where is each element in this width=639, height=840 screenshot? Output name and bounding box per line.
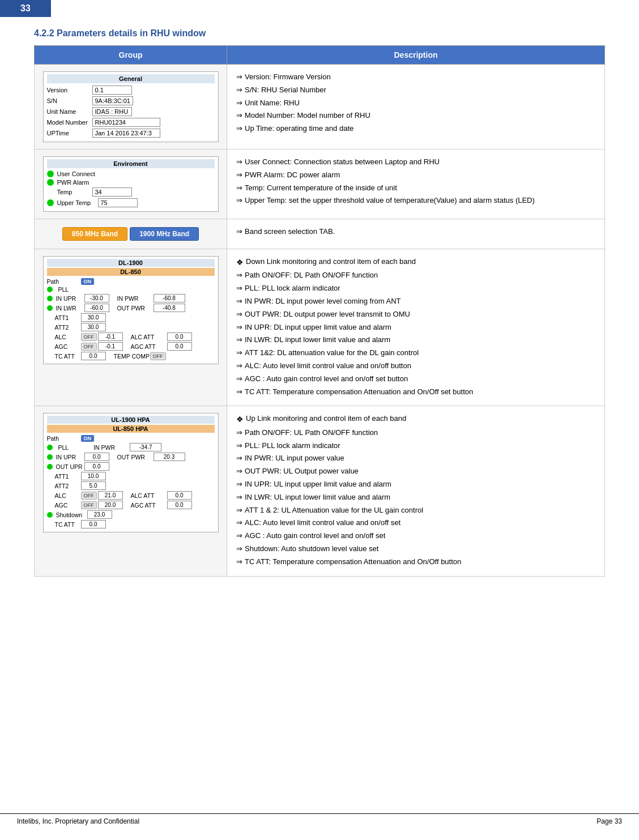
desc-line: ⇒TC ATT: Temperature compensation Attenu… bbox=[236, 386, 595, 398]
dl-inpwr-input[interactable] bbox=[154, 294, 185, 302]
dl-pll-led bbox=[47, 287, 53, 292]
dl-att1-input[interactable] bbox=[81, 313, 106, 322]
desc-line: ⇒ATT 1&2: DL attenuation value for the D… bbox=[236, 347, 595, 359]
ul-agc-val-input[interactable] bbox=[98, 501, 123, 509]
ul-alc-off-btn[interactable]: OFF bbox=[81, 492, 97, 500]
band-tab-850[interactable]: 850 MHz Band bbox=[62, 227, 127, 241]
table-row: DL-1900 DL-850 Path ON PLL bbox=[35, 249, 605, 406]
ul-inpwr-input[interactable] bbox=[130, 443, 161, 451]
table-row: 850 MHz Band 1900 MHz Band ⇒Band screen … bbox=[35, 219, 605, 249]
dl-att2-input[interactable] bbox=[81, 323, 106, 331]
dl-path-label: Path bbox=[47, 278, 81, 285]
modelnumber-value: RHU01234 bbox=[92, 118, 160, 127]
dl-att2-label: ATT2 bbox=[47, 324, 81, 331]
ul-outpwr-input[interactable] bbox=[154, 453, 185, 461]
dl-inlwr-led bbox=[47, 305, 53, 311]
env-panel: Enviroment User Connect PWR Alarm Temp 3… bbox=[43, 156, 219, 212]
modelnumber-label: Model Number bbox=[47, 119, 92, 126]
temp-value: 34 bbox=[92, 187, 132, 197]
modelnumber-row: Model Number RHU01234 bbox=[47, 118, 215, 127]
dl-alc-att-label: ALC ATT bbox=[131, 334, 167, 340]
ul-pll-led bbox=[47, 445, 53, 450]
dl-panel: DL-1900 DL-850 Path ON PLL bbox=[43, 256, 219, 364]
general-panel: General Version 0.1 S/N 9A:4B:3C:01 Unit… bbox=[43, 71, 219, 142]
ul-alc-att-label: ALC ATT bbox=[131, 492, 167, 499]
version-value: 0.1 bbox=[92, 86, 132, 95]
ul-tcatt-row: TC ATT bbox=[47, 520, 215, 528]
temp-label: Temp bbox=[47, 189, 92, 195]
ul-agc-att-input[interactable] bbox=[167, 501, 192, 509]
dl-agc-off-btn[interactable]: OFF bbox=[81, 343, 97, 351]
ul-alc-att-input[interactable] bbox=[167, 491, 192, 500]
desc-line: ⇒Up Time: operating time and date bbox=[236, 123, 595, 135]
temp-row: Temp 34 bbox=[47, 187, 215, 197]
dl-inupr-led bbox=[47, 296, 53, 301]
desc-line: ⇒IN PWR: UL input power value bbox=[236, 453, 595, 464]
pwr-alarm-row: PWR Alarm bbox=[47, 179, 215, 186]
user-connect-led bbox=[47, 170, 54, 177]
ul-alc-val-input[interactable] bbox=[98, 491, 123, 500]
table-row: Enviroment User Connect PWR Alarm Temp 3… bbox=[35, 150, 605, 219]
sn-label: S/N bbox=[47, 97, 92, 104]
dl-outpwr-input[interactable] bbox=[154, 304, 185, 312]
env-panel-title: Enviroment bbox=[47, 159, 215, 168]
upper-temp-value: 75 bbox=[98, 198, 138, 207]
ul-agc-label: AGC bbox=[47, 502, 81, 509]
desc-line: ⇒IN LWR: UL input lower limit value and … bbox=[236, 492, 595, 504]
page-footer: Intelibs, Inc. Proprietary and Confident… bbox=[0, 813, 639, 829]
dl-alc-row: ALC OFF ALC ATT bbox=[47, 332, 215, 341]
ul-1900hpa-header: UL-1900 HPA bbox=[47, 416, 215, 424]
ul-path-on-btn[interactable]: ON bbox=[81, 435, 95, 442]
ul-inupr-input[interactable] bbox=[84, 453, 109, 461]
ul-att1-input[interactable] bbox=[81, 472, 106, 480]
ul-att2-label: ATT2 bbox=[47, 483, 81, 489]
pwr-alarm-label: PWR Alarm bbox=[57, 179, 90, 186]
ul-shutdown-led bbox=[47, 512, 53, 518]
desc-line: ⇒IN LWR: DL input lower limit value and … bbox=[236, 334, 595, 346]
general-panel-title: General bbox=[47, 74, 215, 83]
ul-att2-row: ATT2 bbox=[47, 481, 215, 490]
desc-line: ⇒PWR Alarm: DC power alarm bbox=[236, 169, 595, 181]
main-table: Group Description General Version 0.1 S/… bbox=[34, 45, 605, 577]
dl-path-on-btn[interactable]: ON bbox=[81, 278, 95, 285]
version-row: Version 0.1 bbox=[47, 86, 215, 95]
dl-alc-att-input[interactable] bbox=[167, 332, 192, 341]
uptime-row: UPTime Jan 14 2016 23:47:3 bbox=[47, 129, 215, 138]
ul-agc-row: AGC OFF AGC ATT bbox=[47, 501, 215, 509]
ul-att2-input[interactable] bbox=[81, 481, 106, 490]
dl-alc-val-input[interactable] bbox=[98, 332, 123, 341]
dl-tempcomp-off-btn[interactable]: OFF bbox=[150, 352, 166, 360]
footer-left: Intelibs, Inc. Proprietary and Confident… bbox=[17, 817, 139, 825]
dl-path-row: Path ON bbox=[47, 278, 215, 285]
dl-850-header: DL-850 bbox=[47, 268, 215, 276]
desc-line: ⇒Upper Temp: set the upper threshold val… bbox=[236, 195, 595, 207]
ul-att1-label: ATT1 bbox=[47, 473, 81, 480]
ul-agc-off-btn[interactable]: OFF bbox=[81, 501, 97, 509]
band-tabs: 850 MHz Band 1900 MHz Band bbox=[43, 227, 219, 241]
desc-line: ⇒User Connect: Connection status between… bbox=[236, 156, 595, 168]
desc-line: ⇒IN UPR: DL input upper limit value and … bbox=[236, 322, 595, 334]
dl-tempcomp-label: TEMP COMP bbox=[114, 353, 150, 360]
uptime-label: UPTime bbox=[47, 130, 92, 137]
unitname-value: IDAS : RHU bbox=[92, 107, 132, 116]
dl-tcatt-input[interactable] bbox=[81, 352, 106, 360]
version-label: Version bbox=[47, 87, 92, 93]
page-tab: 33 bbox=[0, 0, 51, 17]
uptime-value: Jan 14 2016 23:47:3 bbox=[92, 129, 160, 138]
dl-alc-off-btn[interactable]: OFF bbox=[81, 333, 97, 341]
sn-row: S/N 9A:4B:3C:01 bbox=[47, 96, 215, 105]
band-tab-1900[interactable]: 1900 MHz Band bbox=[130, 227, 199, 241]
table-row: General Version 0.1 S/N 9A:4B:3C:01 Unit… bbox=[35, 65, 605, 150]
ul-tcatt-input[interactable] bbox=[81, 520, 106, 528]
dl-inupr-input[interactable] bbox=[84, 294, 109, 302]
ul-outpwr-label: OUT PWR bbox=[117, 454, 154, 460]
dl-agc-att-input[interactable] bbox=[167, 342, 192, 351]
dl-agc-val-input[interactable] bbox=[98, 342, 123, 351]
desc-line: ⇒OUT PWR: UL Output power value bbox=[236, 466, 595, 477]
ul-shutdown-input[interactable] bbox=[87, 510, 112, 519]
ul-inupr-led bbox=[47, 454, 53, 460]
desc-line: ⇒ALC: Auto level limit control value and… bbox=[236, 360, 595, 372]
user-connect-label: User Connect bbox=[57, 170, 95, 177]
dl-inlwr-input[interactable] bbox=[84, 304, 109, 312]
ul-outupr-input[interactable] bbox=[84, 462, 109, 471]
